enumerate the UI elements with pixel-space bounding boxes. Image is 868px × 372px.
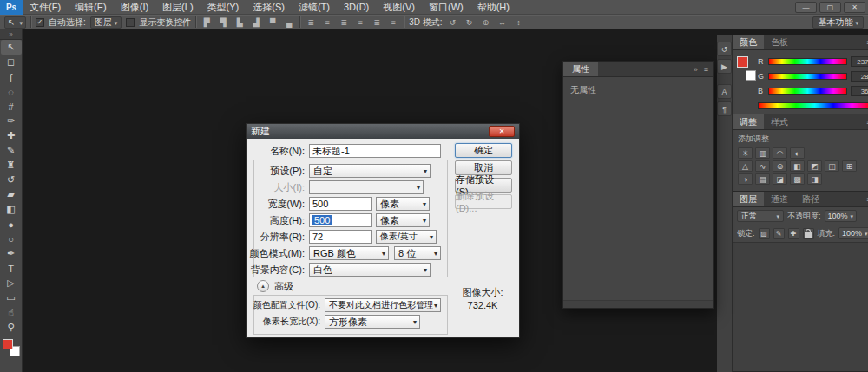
align-top-icon[interactable]: ▛ [201, 16, 213, 29]
green-channel-slider[interactable] [768, 73, 847, 80]
align-hcenter-icon[interactable]: ▀ [266, 16, 279, 29]
lock-transparent-icon[interactable]: ▨ [759, 228, 770, 239]
move-tool[interactable]: ↖ [1, 40, 22, 55]
distribute-top-icon[interactable]: ≣ [305, 16, 317, 29]
3d-roll-icon[interactable]: ↻ [464, 16, 476, 29]
gradient-tool[interactable]: ◧ [1, 202, 22, 217]
show-transform-checkbox[interactable] [126, 18, 135, 27]
tab-layers[interactable]: 图层 [733, 192, 764, 206]
width-unit-dropdown[interactable]: 像素 [376, 197, 430, 211]
tab-styles[interactable]: 样式 [764, 114, 795, 129]
menu-help[interactable]: 帮助(H) [470, 0, 516, 15]
tab-swatches[interactable]: 色板 [764, 35, 795, 49]
menu-select[interactable]: 选择(S) [246, 0, 292, 15]
auto-select-checkbox[interactable]: ✓ [36, 18, 44, 27]
auto-select-target-dropdown[interactable]: 图层 [90, 16, 122, 29]
history-brush-tool[interactable]: ↺ [1, 173, 22, 187]
advanced-toggle-icon[interactable] [257, 280, 269, 292]
foreground-color-swatch[interactable] [737, 56, 748, 68]
minimize-button[interactable]: — [795, 2, 817, 13]
posterize-icon[interactable]: ▤ [755, 173, 770, 185]
tab-properties[interactable]: 属性 [563, 62, 598, 76]
distribute-right-icon[interactable]: ≡ [387, 16, 399, 29]
paragraph-panel-icon[interactable]: ¶ [717, 101, 732, 116]
exposure-icon[interactable]: ◐ [790, 147, 805, 159]
hand-tool[interactable]: ☝ [1, 305, 22, 320]
zoom-tool[interactable]: ⚲ [1, 320, 22, 335]
blue-channel-slider[interactable] [768, 88, 847, 95]
bit-depth-dropdown[interactable]: 8 位 [394, 246, 441, 260]
levels-icon[interactable]: ▥ [755, 147, 770, 159]
distribute-bottom-icon[interactable]: ≣ [338, 16, 350, 29]
quick-selection-tool[interactable]: ◌ [1, 84, 22, 99]
name-input[interactable]: 未标题-1 [309, 144, 441, 158]
actions-panel-icon[interactable]: ▶ [717, 59, 732, 74]
hue-saturation-icon[interactable]: ∿ [755, 160, 770, 172]
color-balance-icon[interactable]: ⊚ [773, 160, 787, 172]
fill-value[interactable]: 100% [838, 227, 868, 239]
color-ramp[interactable] [758, 102, 868, 109]
menu-file[interactable]: 文件(F) [23, 0, 68, 15]
marquee-tool[interactable]: ◻ [1, 55, 22, 69]
maximize-button[interactable]: ▢ [819, 2, 841, 13]
menu-3d[interactable]: 3D(D) [337, 0, 376, 15]
pixel-aspect-dropdown[interactable]: 方形像素 [325, 315, 420, 329]
collapse-panel-icon[interactable]: » [694, 65, 698, 74]
menu-window[interactable]: 窗口(W) [422, 0, 470, 15]
resolution-unit-dropdown[interactable]: 像素/英寸 [376, 230, 437, 244]
menu-view[interactable]: 视图(V) [376, 0, 422, 15]
blue-channel-value[interactable]: 36 [851, 86, 868, 96]
layers-list[interactable] [733, 242, 868, 371]
eraser-tool[interactable]: ▰ [1, 187, 22, 202]
menu-filter[interactable]: 滤镜(T) [292, 0, 337, 15]
align-right-icon[interactable]: ▄ [283, 16, 295, 29]
tab-channels[interactable]: 通道 [764, 192, 795, 206]
clone-stamp-tool[interactable]: ♜ [1, 158, 22, 173]
pen-tool[interactable]: ✒ [1, 246, 22, 261]
dialog-titlebar[interactable]: 新建 ✕ [247, 124, 519, 139]
opacity-value[interactable]: 100% [825, 210, 858, 222]
healing-brush-tool[interactable]: ✚ [1, 128, 22, 143]
3d-scale-icon[interactable]: ↕ [513, 16, 525, 29]
lock-pixels-icon[interactable]: ✎ [773, 228, 785, 239]
green-channel-value[interactable]: 28 [851, 71, 868, 82]
character-panel-icon[interactable]: A [717, 84, 732, 99]
dialog-close-button[interactable]: ✕ [489, 126, 515, 137]
curves-icon[interactable]: ◠ [773, 147, 787, 159]
background-contents-dropdown[interactable]: 白色 [309, 263, 431, 277]
menu-edit[interactable]: 编辑(E) [68, 0, 114, 15]
3d-drag-icon[interactable]: ⊕ [480, 16, 492, 29]
tab-color[interactable]: 颜色 [733, 35, 764, 49]
distribute-vcenter-icon[interactable]: ≡ [321, 16, 333, 29]
color-mode-dropdown[interactable]: RGB 颜色 [309, 246, 389, 260]
collapse-toolbar-icon[interactable]: » [0, 29, 22, 40]
threshold-icon[interactable]: ◪ [773, 173, 787, 185]
type-tool[interactable]: T [1, 261, 22, 276]
shape-tool[interactable]: ▭ [1, 290, 22, 305]
selective-color-icon[interactable]: ◨ [807, 173, 822, 185]
red-channel-slider[interactable] [768, 58, 847, 65]
menu-image[interactable]: 图像(I) [114, 0, 155, 15]
black-white-icon[interactable]: ◧ [790, 160, 805, 172]
3d-rotate-icon[interactable]: ↺ [447, 16, 459, 29]
tool-preset-button[interactable]: ↖ [4, 16, 26, 29]
lasso-tool[interactable]: ʃ [1, 69, 22, 84]
align-vcenter-icon[interactable]: ▜ [217, 16, 229, 29]
distribute-left-icon[interactable]: ≡ [354, 16, 366, 29]
channel-mixer-icon[interactable]: ◫ [825, 160, 839, 172]
tab-paths[interactable]: 路径 [795, 192, 826, 206]
workspace-switcher[interactable]: 基本功能 [812, 16, 864, 29]
path-selection-tool[interactable]: ▷ [1, 276, 22, 290]
brightness-contrast-icon[interactable]: ☀ [738, 147, 753, 159]
color-profile-dropdown[interactable]: 不要对此文档进行色彩管理 [325, 298, 441, 312]
lock-all-icon[interactable] [803, 228, 814, 239]
background-color-swatch[interactable] [746, 70, 756, 81]
panel-menu-icon[interactable]: ≡ [704, 65, 708, 74]
preset-dropdown[interactable]: 自定 [309, 164, 431, 178]
crop-tool[interactable]: # [1, 99, 22, 114]
invert-icon[interactable]: ◑ [738, 173, 753, 185]
distribute-hcenter-icon[interactable]: ≣ [371, 16, 383, 29]
blur-tool[interactable]: ● [1, 217, 22, 232]
align-left-icon[interactable]: ▟ [250, 16, 262, 29]
ok-button[interactable]: 确定 [455, 143, 512, 158]
